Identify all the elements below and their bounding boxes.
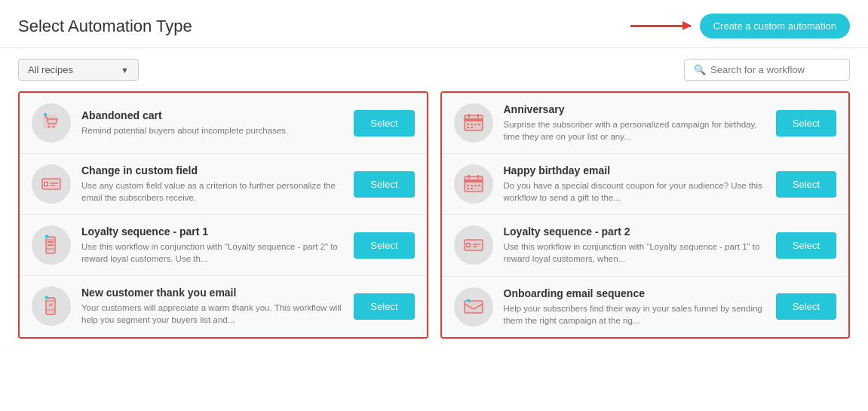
item-desc-loyalty-part1: Use this workflow in conjunction with "L… [81, 241, 343, 265]
content-area: + Abandoned cart Remind potential buyers… [0, 91, 868, 357]
list-item: + New customer thank you email Your cust… [20, 276, 427, 336]
svg-point-1 [48, 126, 51, 128]
item-text-happy-birthday: Happy birthday email Do you have a speci… [504, 164, 765, 204]
item-icon-onboarding-email: + [454, 287, 493, 327]
item-title-change-custom-field: Change in custom field [81, 164, 343, 176]
select-button-onboarding-email[interactable]: Select [776, 293, 836, 320]
svg-rect-31 [467, 124, 469, 125]
item-text-anniversary: Anniversary Surprise the subscriber with… [504, 103, 765, 143]
select-button-loyalty-part2[interactable]: Select [776, 232, 836, 259]
item-title-anniversary: Anniversary [504, 103, 765, 115]
svg-rect-33 [474, 124, 477, 125]
search-input[interactable] [710, 64, 831, 75]
page-header: Select Automation Type Create a custom a… [0, 0, 868, 48]
list-item: Anniversary Surprise the subscriber with… [442, 93, 849, 154]
svg-text:+: + [467, 299, 469, 303]
svg-rect-34 [478, 124, 480, 125]
item-text-new-customer-thank-you: New customer thank you email Your custom… [81, 287, 343, 326]
arrow-line [630, 25, 691, 27]
item-desc-onboarding-email: Help your subscribers find their way in … [504, 302, 765, 327]
svg-rect-17 [48, 244, 54, 246]
page-title: Select Automation Type [18, 17, 192, 36]
item-icon-loyalty-part1: + [32, 225, 71, 265]
item-desc-new-customer-thank-you: Your customers will appreciate a warm th… [81, 302, 343, 326]
list-item: + Onboarding email sequence Help your su… [442, 277, 849, 337]
item-title-loyalty-part2: Loyalty sequence - part 2 [504, 225, 765, 238]
svg-text:+: + [45, 296, 48, 301]
svg-rect-45 [478, 185, 480, 186]
select-button-new-customer-thank-you[interactable]: Select [354, 293, 414, 320]
item-icon-loyalty-part2: ≡ [454, 225, 493, 265]
item-desc-abandoned-cart: Remind potential buyers about incomplete… [81, 124, 343, 136]
svg-rect-32 [471, 124, 473, 125]
item-desc-happy-birthday: Do you have a special discount coupon fo… [504, 179, 765, 204]
item-icon-change-custom-field: ≡ [32, 164, 71, 204]
svg-text:+: + [45, 235, 48, 240]
item-title-loyalty-part1: Loyalty sequence - part 1 [81, 225, 343, 238]
list-item: ≡ Change in custom field Use any custom … [20, 154, 427, 215]
item-desc-anniversary: Surprise the subscriber with a personali… [504, 118, 765, 143]
header-actions: Create a custom automation [630, 14, 850, 38]
svg-rect-36 [471, 127, 473, 128]
list-item: + Loyalty sequence - part 1 Use this wor… [20, 215, 427, 276]
item-text-abandoned-cart: Abandoned cart Remind potential buyers a… [81, 109, 343, 136]
item-title-new-customer-thank-you: New customer thank you email [81, 287, 343, 299]
svg-rect-47 [471, 188, 473, 189]
item-text-change-custom-field: Change in custom field Use any custom fi… [81, 164, 343, 204]
item-title-happy-birthday: Happy birthday email [504, 164, 765, 176]
item-icon-anniversary [454, 103, 493, 143]
select-button-change-custom-field[interactable]: Select [354, 171, 414, 198]
svg-rect-44 [474, 185, 477, 186]
list-item: Happy birthday email Do you have a speci… [442, 154, 849, 215]
svg-rect-35 [467, 127, 469, 128]
svg-rect-28 [465, 118, 483, 121]
select-button-happy-birthday[interactable]: Select [776, 171, 836, 198]
select-button-anniversary[interactable]: Select [776, 110, 836, 136]
item-title-onboarding-email: Onboarding email sequence [504, 287, 765, 299]
arrow-indicator [630, 25, 691, 27]
recipes-dropdown-label: All recipes [28, 64, 73, 75]
list-item: + Abandoned cart Remind potential buyers… [20, 93, 427, 154]
right-column: Anniversary Surprise the subscriber with… [440, 91, 851, 339]
toolbar: All recipes ▼ 🔍 [0, 48, 868, 91]
search-icon: 🔍 [694, 64, 706, 75]
recipes-dropdown[interactable]: All recipes ▼ [18, 59, 139, 81]
item-icon-happy-birthday [454, 164, 493, 204]
svg-rect-16 [48, 241, 54, 243]
item-desc-change-custom-field: Use any custom field value as a criterio… [81, 179, 343, 204]
svg-rect-42 [467, 185, 469, 186]
item-icon-new-customer-thank-you: + [32, 287, 71, 326]
item-text-loyalty-part2: Loyalty sequence - part 2 Use this workf… [504, 225, 765, 265]
chevron-down-icon: ▼ [121, 66, 129, 75]
svg-rect-46 [467, 188, 469, 189]
select-button-loyalty-part1[interactable]: Select [354, 232, 414, 259]
item-text-onboarding-email: Onboarding email sequence Help your subs… [504, 287, 765, 327]
item-icon-abandoned-cart: + [32, 103, 71, 143]
item-text-loyalty-part1: Loyalty sequence - part 1 Use this workf… [81, 225, 343, 265]
svg-rect-39 [465, 179, 483, 182]
select-button-abandoned-cart[interactable]: Select [354, 110, 414, 136]
create-automation-button[interactable]: Create a custom automation [700, 14, 850, 38]
list-item: ≡ Loyalty sequence - part 2 Use this wor… [442, 215, 849, 276]
left-column: + Abandoned cart Remind potential buyers… [18, 91, 428, 339]
item-desc-loyalty-part2: Use this workflow in conjunction with "L… [504, 241, 765, 265]
item-title-abandoned-cart: Abandoned cart [81, 109, 343, 121]
svg-rect-43 [471, 185, 473, 186]
svg-point-2 [53, 126, 55, 128]
search-box: 🔍 [684, 59, 850, 81]
